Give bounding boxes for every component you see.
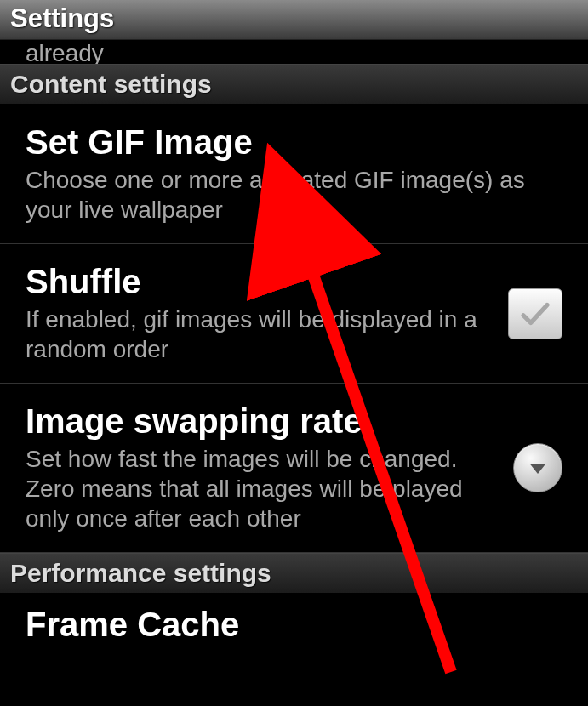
pref-text: Image swapping rate Set how fast the ima… — [26, 402, 496, 533]
pref-text: Set GIF Image Choose one or more animate… — [26, 123, 562, 225]
pref-title: Shuffle — [26, 263, 491, 301]
checkmark-icon — [517, 296, 553, 332]
dropdown-button[interactable] — [513, 443, 562, 492]
pref-text: Shuffle If enabled, gif images will be d… — [26, 263, 491, 364]
chevron-down-icon — [526, 456, 550, 480]
pref-frame-cache[interactable]: Frame Cache — [0, 594, 588, 644]
settings-title: Settings — [10, 3, 578, 34]
pref-summary: Set how fast the images will be changed.… — [26, 444, 496, 533]
shuffle-checkbox[interactable] — [508, 288, 562, 339]
pref-summary: If enabled, gif images will be displayed… — [26, 305, 491, 364]
settings-header: Settings — [0, 0, 588, 40]
pref-title: Set GIF Image — [26, 123, 562, 162]
pref-title: Frame Cache — [26, 606, 562, 644]
section-content-settings: Content settings — [0, 64, 588, 105]
pref-set-gif-image[interactable]: Set GIF Image Choose one or more animate… — [0, 105, 588, 244]
pref-image-swapping-rate[interactable]: Image swapping rate Set how fast the ima… — [0, 384, 588, 553]
pref-title: Image swapping rate — [26, 402, 496, 441]
pref-summary: Choose one or more animated GIF image(s)… — [26, 165, 562, 225]
pref-shuffle[interactable]: Shuffle If enabled, gif images will be d… — [0, 244, 588, 384]
truncated-previous-item: already — [0, 40, 588, 64]
section-performance-settings: Performance settings — [0, 553, 588, 594]
